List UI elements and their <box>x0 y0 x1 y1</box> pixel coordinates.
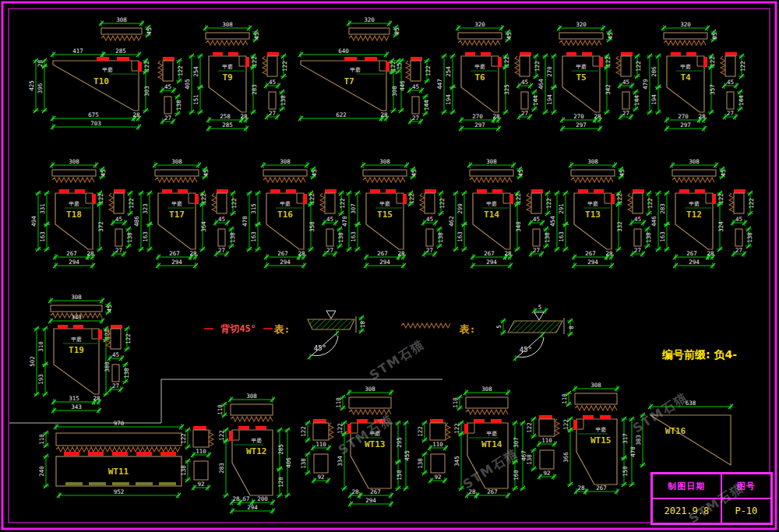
svg-text:WT14: WT14 <box>481 439 502 449</box>
svg-text:470: 470 <box>341 216 348 227</box>
piece-T15: 30845平磨T15470307163122267282941224513827 <box>341 158 446 269</box>
svg-text:358: 358 <box>308 221 315 232</box>
svg-text:平磨: 平磨 <box>102 67 113 73</box>
legend-icon-zigzag: 55845° <box>495 304 575 361</box>
svg-text:331: 331 <box>39 203 46 214</box>
svg-text:622: 622 <box>336 111 347 118</box>
svg-text:675: 675 <box>88 111 99 118</box>
svg-text:45: 45 <box>634 216 641 223</box>
svg-text:T16: T16 <box>277 210 293 220</box>
svg-text:138: 138 <box>526 454 533 465</box>
svg-text:323: 323 <box>142 203 149 214</box>
svg-text:447: 447 <box>436 79 443 90</box>
svg-text:267: 267 <box>66 250 77 257</box>
svg-text:122: 122 <box>125 333 132 344</box>
svg-text:285: 285 <box>277 444 284 455</box>
svg-text:平磨: 平磨 <box>171 201 182 207</box>
svg-text:45: 45 <box>164 83 171 90</box>
svg-text:27: 27 <box>634 247 641 254</box>
svg-text:平磨: 平磨 <box>71 336 82 343</box>
svg-text:151: 151 <box>192 94 199 105</box>
svg-text:138: 138 <box>645 232 652 243</box>
svg-text:270: 270 <box>546 66 553 77</box>
svg-text:45: 45 <box>735 216 742 223</box>
svg-text:163: 163 <box>39 231 46 242</box>
svg-text:294: 294 <box>587 259 598 266</box>
svg-text:45: 45 <box>619 169 626 176</box>
svg-text:194: 194 <box>546 94 553 105</box>
svg-text:122: 122 <box>739 61 746 72</box>
svg-text:45: 45 <box>521 79 528 86</box>
svg-text:T6: T6 <box>474 72 485 83</box>
svg-text:308: 308 <box>689 158 700 165</box>
svg-text:703: 703 <box>90 120 101 127</box>
svg-text:160: 160 <box>513 470 520 481</box>
svg-text:15: 15 <box>396 62 403 69</box>
svg-text:138: 138 <box>437 232 444 243</box>
svg-text:45: 45 <box>426 216 433 223</box>
svg-text:320: 320 <box>364 16 375 23</box>
svg-text:144: 144 <box>423 100 430 111</box>
svg-text:334: 334 <box>337 456 344 467</box>
piece-T16: 30845平磨T16478315163122358267282941224513… <box>241 158 346 269</box>
svg-text:194: 194 <box>445 94 452 105</box>
svg-text:295: 295 <box>396 437 403 448</box>
svg-text:28: 28 <box>298 250 305 257</box>
svg-text:258: 258 <box>220 113 231 120</box>
svg-text:平磨: 平磨 <box>595 427 606 433</box>
svg-text:163: 163 <box>558 231 565 242</box>
svg-text:163: 163 <box>142 231 149 242</box>
svg-text:28: 28 <box>93 395 100 402</box>
svg-text:486: 486 <box>133 216 140 227</box>
svg-text:28: 28 <box>577 484 585 491</box>
svg-text:357: 357 <box>709 84 716 95</box>
svg-text:110: 110 <box>541 437 552 444</box>
svg-text:45: 45 <box>269 79 276 86</box>
svg-text:163: 163 <box>250 231 257 242</box>
svg-text:平磨: 平磨 <box>587 201 598 207</box>
svg-text:144: 144 <box>633 95 640 106</box>
svg-text:163: 163 <box>659 231 666 242</box>
svg-text:27: 27 <box>326 247 333 254</box>
piece-T14: 30845平磨T14462299163122340267282941224513… <box>448 158 552 269</box>
svg-text:122: 122 <box>408 193 415 204</box>
svg-text:240: 240 <box>38 466 45 477</box>
svg-text:138: 138 <box>417 458 424 469</box>
svg-text:343: 343 <box>71 403 82 410</box>
svg-text:324: 324 <box>717 221 724 232</box>
svg-text:297: 297 <box>680 122 691 129</box>
svg-text:28: 28 <box>232 495 240 502</box>
svg-text:294: 294 <box>365 497 376 504</box>
svg-text:T12: T12 <box>686 210 702 220</box>
svg-text:平磨: 平磨 <box>350 67 361 73</box>
svg-text:478: 478 <box>241 216 249 227</box>
svg-text:45: 45 <box>112 351 119 358</box>
svg-text:122: 122 <box>748 198 755 209</box>
svg-text:85: 85 <box>711 32 718 39</box>
svg-text:T5: T5 <box>576 72 586 83</box>
svg-text:45: 45 <box>411 169 418 176</box>
svg-text:270: 270 <box>678 113 689 120</box>
svg-text:138: 138 <box>126 232 133 243</box>
svg-text:120: 120 <box>277 477 284 488</box>
svg-text:267: 267 <box>370 488 381 495</box>
svg-text:138: 138 <box>123 368 130 379</box>
svg-text:308: 308 <box>171 158 182 165</box>
piece-T6: 32045平磨T64472541941223252702829712245144… <box>436 21 541 132</box>
svg-text:背切45°: 背切45° <box>220 323 256 334</box>
piece-T9: 30845平磨T94052541511222832582828512245138… <box>184 21 288 132</box>
svg-text:27: 27 <box>269 110 276 117</box>
svg-text:267: 267 <box>377 250 388 257</box>
svg-text:308: 308 <box>481 386 492 393</box>
svg-text:150: 150 <box>396 470 403 481</box>
svg-text:T19: T19 <box>69 345 84 355</box>
svg-text:平磨: 平磨 <box>576 64 587 70</box>
svg-text:平磨: 平磨 <box>379 201 390 207</box>
svg-text:28: 28 <box>707 250 714 257</box>
svg-text:297: 297 <box>474 122 485 129</box>
svg-text:283: 283 <box>251 84 258 95</box>
svg-text:478: 478 <box>629 446 636 457</box>
piece-T13: 30845平磨T13454291163122332267282941224513… <box>549 158 654 269</box>
svg-text:364: 364 <box>200 221 207 232</box>
svg-text:27: 27 <box>622 110 629 117</box>
